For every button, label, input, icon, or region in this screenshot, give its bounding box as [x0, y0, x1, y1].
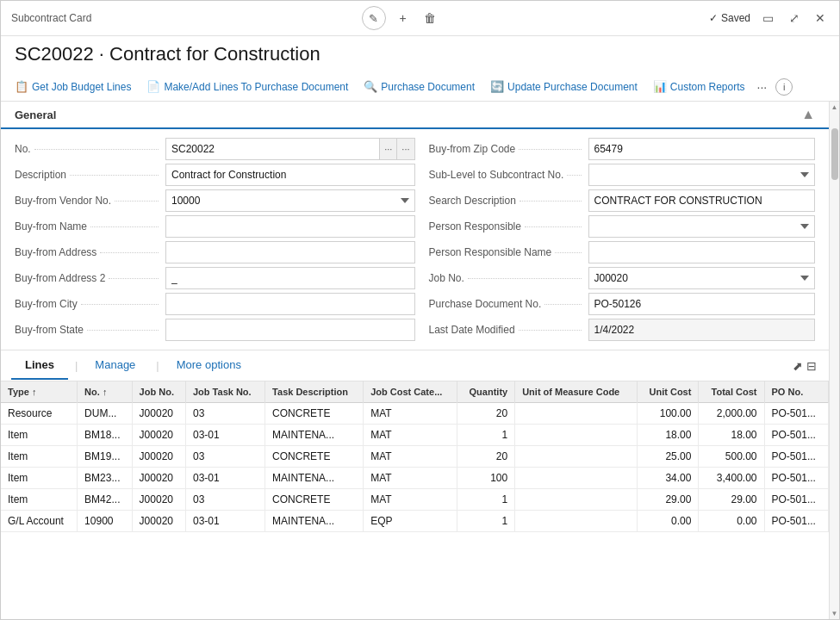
- buy-from-address2-row: Buy-from Address 2: [15, 265, 415, 291]
- buy-from-address-input[interactable]: [165, 241, 415, 264]
- scroll-down-arrow[interactable]: ▼: [831, 610, 838, 617]
- cell-job-no: J00020: [132, 468, 185, 489]
- description-label: Description: [15, 169, 165, 181]
- table-row[interactable]: Item BM42... J00020 03 CONCRETE MAT 1 29…: [1, 489, 829, 511]
- buy-from-state-value: [165, 319, 415, 341]
- purchase-doc-no-row: Purchase Document No.: [429, 291, 816, 317]
- buy-from-address-value: [165, 241, 415, 264]
- buy-from-city-input[interactable]: [165, 293, 415, 315]
- no-lookup-btn1[interactable]: ···: [380, 138, 397, 160]
- cell-no: BM23...: [78, 468, 133, 489]
- tablet-view-button[interactable]: ▭: [759, 9, 777, 27]
- table-row[interactable]: G/L Account 10900 J00020 03-01 MAINTENA.…: [1, 511, 829, 532]
- buy-from-state-label: Buy-from State: [15, 324, 165, 336]
- content-area: General ▲ No.: [1, 102, 839, 619]
- search-desc-value: [588, 189, 816, 212]
- col-job-task-no: Job Task No.: [186, 381, 265, 403]
- buy-from-state-row: Buy-from State: [15, 317, 415, 343]
- last-date-value: 1/4/2022: [588, 319, 816, 341]
- table-row[interactable]: Resource DUM... J00020 03 CONCRETE MAT 2…: [1, 403, 829, 425]
- cell-job-task: 03: [186, 446, 265, 468]
- cell-job-no: J00020: [132, 511, 185, 532]
- close-button[interactable]: ✕: [812, 9, 829, 27]
- search-desc-input[interactable]: [588, 189, 816, 212]
- general-fields: No. ··· ···: [1, 129, 829, 350]
- get-job-budget-lines-button[interactable]: 📋 Get Job Budget Lines: [8, 76, 138, 97]
- buy-from-address2-input[interactable]: [165, 267, 415, 289]
- make-add-lines-button[interactable]: 📄 Make/Add Lines To Purchase Document: [140, 76, 355, 97]
- last-date-label: Last Date Modified: [429, 324, 588, 336]
- no-lookup-btn2[interactable]: ···: [397, 138, 414, 160]
- buy-from-name-label: Buy-from Name: [15, 220, 165, 232]
- cell-cost-cat: MAT: [364, 425, 457, 446]
- purchase-document-button[interactable]: 🔍 Purchase Document: [357, 76, 482, 97]
- more-toolbar-button[interactable]: ···: [754, 78, 771, 96]
- purchase-doc-label: Purchase Document: [381, 81, 475, 93]
- table-row[interactable]: Item BM23... J00020 03-01 MAINTENA... MA…: [1, 468, 829, 489]
- cell-cost-cat: MAT: [364, 446, 457, 468]
- vendor-no-label: Buy-from Vendor No.: [15, 195, 165, 207]
- cell-po-no: PO-501...: [764, 446, 828, 468]
- general-label: General: [15, 108, 56, 121]
- update-purchase-icon: 🔄: [490, 80, 504, 93]
- cell-cost-cat: MAT: [364, 489, 457, 511]
- vertical-scrollbar[interactable]: ▲ ▼: [829, 102, 839, 619]
- share-lines-button[interactable]: ⬈: [791, 357, 805, 375]
- vendor-no-select[interactable]: 10000: [165, 189, 415, 212]
- table-row[interactable]: Item BM19... J00020 03 CONCRETE MAT 20 2…: [1, 446, 829, 468]
- purchase-doc-no-label: Purchase Document No.: [429, 298, 588, 310]
- custom-reports-button[interactable]: 📊 Custom Reports: [646, 76, 752, 97]
- sub-level-select[interactable]: [588, 164, 816, 186]
- col-quantity: Quantity: [457, 381, 515, 403]
- job-no-select[interactable]: J00020: [588, 267, 816, 289]
- main-window: Subcontract Card ✎ + 🗑 ✓ Saved ▭ ⤢ ✕ SC2…: [0, 0, 840, 620]
- cell-job-no: J00020: [132, 425, 185, 446]
- scroll-up-arrow[interactable]: ▲: [831, 103, 838, 111]
- tab-more-options[interactable]: More options: [163, 351, 255, 380]
- cell-cost-cat: MAT: [364, 403, 457, 425]
- filter-lines-button[interactable]: ⊟: [805, 357, 818, 375]
- cell-unit-measure: [515, 489, 638, 511]
- delete-button[interactable]: 🗑: [420, 9, 439, 27]
- zip-code-input[interactable]: [588, 138, 816, 160]
- purchase-doc-no-input[interactable]: [588, 293, 816, 315]
- cell-job-no: J00020: [132, 489, 185, 511]
- buy-from-name-row: Buy-from Name: [15, 214, 415, 239]
- cell-no: BM19...: [78, 446, 133, 468]
- custom-reports-label: Custom Reports: [670, 81, 745, 93]
- person-responsible-select[interactable]: [588, 215, 816, 238]
- col-no: No. ↑: [78, 381, 133, 403]
- col-type: Type ↑: [1, 381, 78, 403]
- buy-from-name-input[interactable]: [165, 215, 415, 238]
- info-icon[interactable]: i: [775, 78, 793, 96]
- no-input[interactable]: [165, 138, 380, 160]
- edit-button[interactable]: ✎: [362, 6, 386, 30]
- cell-unit-measure: [515, 446, 638, 468]
- cell-unit-measure: [515, 511, 638, 532]
- search-desc-row: Search Description: [429, 188, 816, 214]
- cell-total-cost: 3,400.00: [699, 468, 764, 489]
- tab-manage[interactable]: Manage: [81, 351, 149, 380]
- checkmark-icon: ✓: [709, 12, 718, 24]
- cell-quantity: 20: [457, 403, 515, 425]
- person-responsible-name-input[interactable]: [588, 241, 816, 264]
- make-lines-icon: 📄: [146, 80, 160, 93]
- popout-button[interactable]: ⤢: [786, 9, 803, 27]
- table-row[interactable]: Item BM18... J00020 03-01 MAINTENA... MA…: [1, 425, 829, 446]
- no-label: No.: [15, 143, 165, 155]
- description-input[interactable]: [165, 164, 415, 186]
- last-date-row: Last Date Modified 1/4/2022: [429, 317, 816, 343]
- buy-from-city-row: Buy-from City: [15, 291, 415, 317]
- update-purchase-label: Update Purchase Document: [507, 81, 638, 93]
- buy-from-state-input[interactable]: [165, 319, 415, 341]
- cell-po-no: PO-501...: [764, 511, 828, 532]
- tab-lines[interactable]: Lines: [11, 351, 68, 380]
- job-no-label: Job No.: [429, 272, 588, 284]
- table-body: Resource DUM... J00020 03 CONCRETE MAT 2…: [1, 403, 829, 532]
- add-button[interactable]: +: [396, 9, 410, 27]
- update-purchase-document-button[interactable]: 🔄 Update Purchase Document: [483, 76, 644, 97]
- scroll-thumb[interactable]: [831, 128, 838, 180]
- sub-level-row: Sub-Level to Subcontract No.: [429, 162, 816, 188]
- cell-unit-cost: 29.00: [637, 489, 699, 511]
- last-date-display: 1/4/2022: [588, 319, 816, 341]
